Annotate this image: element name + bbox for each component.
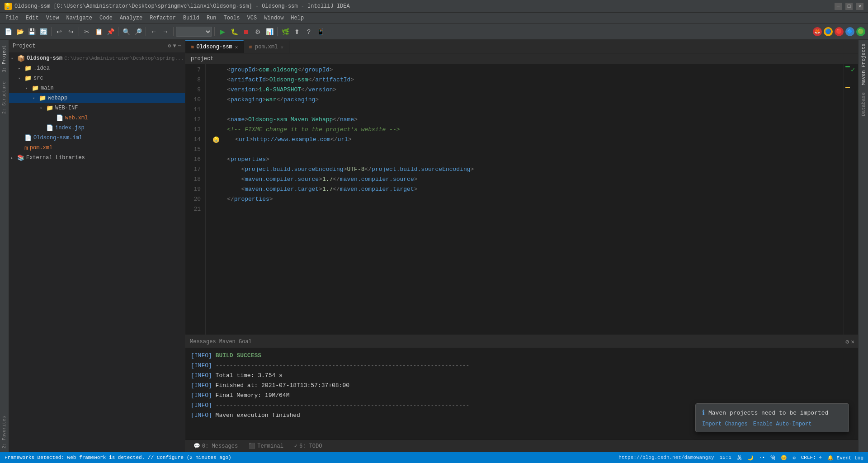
btab-messages[interactable]: 💬 0: Messages: [189, 441, 242, 452]
search-button[interactable]: 🔍: [121, 26, 132, 37]
window-controls[interactable]: ─ □ ✕: [835, 3, 863, 10]
menu-view[interactable]: View: [42, 13, 63, 24]
tree-item-extlibs[interactable]: ▸ 📚 External Libraries: [9, 153, 185, 163]
bottom-close-icon[interactable]: ✕: [851, 338, 854, 345]
status-blog-link[interactable]: https://blog.csdn.net/damowangsy: [618, 455, 714, 460]
minimize-button[interactable]: ─: [835, 3, 842, 10]
close-button[interactable]: ✕: [856, 3, 863, 10]
new-button[interactable]: 📄: [3, 26, 14, 37]
project-header-icon3[interactable]: ⋯: [178, 43, 181, 49]
paste-button[interactable]: 📌: [105, 26, 116, 37]
status-encoding: CRLF: ÷: [801, 455, 822, 460]
line-num-11: 11: [185, 105, 201, 115]
open-button[interactable]: 📂: [14, 26, 25, 37]
save-button[interactable]: 💾: [26, 26, 37, 37]
more-run-button[interactable]: ⚙: [252, 26, 263, 37]
config-dropdown[interactable]: [176, 27, 212, 37]
event-log[interactable]: 🔔 Event Log: [827, 455, 863, 461]
menu-run[interactable]: Run: [203, 13, 220, 24]
sidebar-tab-structure[interactable]: 2: Structure: [1, 78, 8, 118]
menu-window[interactable]: Window: [260, 13, 287, 24]
menu-vcs[interactable]: VCS: [244, 13, 261, 24]
code-line-12: <name>Oldsong-ssm Maven Webapp</name>: [211, 115, 844, 125]
code-line-11: [211, 105, 844, 115]
code-line-10: <packaging>war</packaging>: [211, 95, 844, 105]
menu-code[interactable]: Code: [96, 13, 116, 24]
cut-button[interactable]: ✂: [81, 26, 92, 37]
replace-button[interactable]: 🔎: [132, 26, 143, 37]
code-line-19: <maven.compiler.target>1.7</maven.compil…: [211, 184, 844, 194]
device-button[interactable]: 📱: [315, 26, 326, 37]
tree-item-root[interactable]: ▾ 📦 Oldsong-ssm C:\Users\Administrator\D…: [9, 53, 185, 63]
code-line-16: <properties>: [211, 155, 844, 165]
line-num-14: 14: [185, 135, 201, 145]
check-icon: ✓: [851, 65, 855, 74]
help-icon-button[interactable]: ?: [303, 26, 314, 37]
forward-button[interactable]: →: [160, 26, 171, 37]
menu-navigate[interactable]: Navigate: [62, 13, 96, 24]
tree-item-indexjsp[interactable]: 📄 index.jsp: [9, 123, 185, 133]
status-traditional: 簡: [770, 454, 775, 461]
sidebar-tab-project[interactable]: 1: Project: [1, 42, 8, 76]
copy-button[interactable]: 📋: [93, 26, 104, 37]
code-editor[interactable]: <groupId>com.oldsong</groupId> <artifact…: [206, 64, 844, 335]
line-num-9: 9: [185, 85, 201, 95]
browser-icon-ie[interactable]: 🔴: [835, 27, 844, 36]
tree-label-webxml: web.xml: [65, 115, 88, 121]
sidebar-tab-database[interactable]: Database: [859, 89, 868, 120]
browser-icon-safari[interactable]: 🟢: [856, 27, 865, 36]
menu-refactor[interactable]: Refactor: [146, 13, 179, 24]
vcs-button[interactable]: 🌿: [280, 26, 291, 37]
tab-close-2[interactable]: ✕: [280, 44, 283, 50]
btab-todo[interactable]: ✓ 6: TODO: [290, 441, 327, 452]
line-num-19: 19: [185, 184, 201, 194]
import-changes-link[interactable]: Import Changes: [702, 421, 748, 427]
menu-build[interactable]: Build: [179, 13, 203, 24]
enable-auto-import-link[interactable]: Enable Auto-Import: [753, 421, 812, 427]
browser-icon-firefox[interactable]: 🦊: [813, 27, 822, 36]
undo-button[interactable]: ↩: [54, 26, 65, 37]
btab-terminal[interactable]: ⬛ Terminal: [244, 441, 288, 452]
tree-item-src[interactable]: ▾ 📁 src: [9, 73, 185, 83]
browser-icon-edge[interactable]: 🔷: [845, 27, 854, 36]
tree-item-idea[interactable]: ▸ 📁 .idea: [9, 63, 185, 73]
menu-edit[interactable]: Edit: [22, 13, 42, 24]
tree-item-iml[interactable]: 📄 Oldsong-ssm.iml: [9, 133, 185, 143]
line-num-10: 10: [185, 95, 201, 105]
project-header-icon1[interactable]: ⚙: [168, 43, 171, 49]
menu-analyze[interactable]: Analyze: [116, 13, 146, 24]
tree-item-webxml[interactable]: 📄 web.xml: [9, 113, 185, 123]
tree-item-pomxml[interactable]: m pom.xml: [9, 143, 185, 153]
bottom-settings-icon[interactable]: ⚙: [845, 338, 849, 345]
sync-button[interactable]: 🔄: [38, 26, 49, 37]
notif-header: ℹ Maven projects need to be imported: [702, 408, 842, 417]
tab-oldsong-ssm[interactable]: m Oldsong-ssm ✕: [185, 40, 244, 53]
line-num-7: 7: [185, 65, 201, 75]
sidebar-tab-maven[interactable]: Maven Projects: [859, 40, 868, 89]
tree-item-main[interactable]: ▾ 📁 main: [9, 83, 185, 93]
stop-button[interactable]: ⏹: [241, 26, 251, 37]
notif-info-icon: ℹ: [702, 408, 705, 417]
update-button[interactable]: ⬆: [292, 26, 302, 37]
redo-button[interactable]: ↪: [66, 26, 76, 37]
sidebar-tab-favorites[interactable]: 2: Favorites: [1, 412, 8, 452]
tab-close-1[interactable]: ✕: [235, 44, 238, 50]
menu-help[interactable]: Help: [287, 13, 307, 24]
run-button[interactable]: ▶: [217, 26, 228, 37]
project-header-icon2[interactable]: ▼: [173, 43, 176, 49]
browser-icon-chrome[interactable]: 🔵: [824, 27, 833, 36]
toolbar-sep2: [79, 27, 79, 36]
debug-button[interactable]: 🐛: [229, 26, 240, 37]
tree-item-webinf[interactable]: ▾ 📁 WEB-INF: [9, 103, 185, 113]
btab-todo-label: 6: TODO: [299, 443, 322, 449]
back-button[interactable]: ←: [148, 26, 159, 37]
status-gear-icon[interactable]: ⚙: [793, 455, 796, 461]
coverage-button[interactable]: 📊: [264, 26, 275, 37]
menu-tools[interactable]: Tools: [220, 13, 244, 24]
bottom-tab-bar: 💬 0: Messages ⬛ Terminal ✓ 6: TODO: [185, 439, 858, 452]
tab-pom-xml[interactable]: m pom.xml ✕: [244, 41, 289, 53]
notif-message: Maven projects need to be imported: [708, 410, 828, 416]
tree-item-webapp[interactable]: ▾ 📁 webapp: [9, 93, 185, 103]
maximize-button[interactable]: □: [845, 3, 853, 10]
menu-file[interactable]: File: [2, 13, 22, 24]
